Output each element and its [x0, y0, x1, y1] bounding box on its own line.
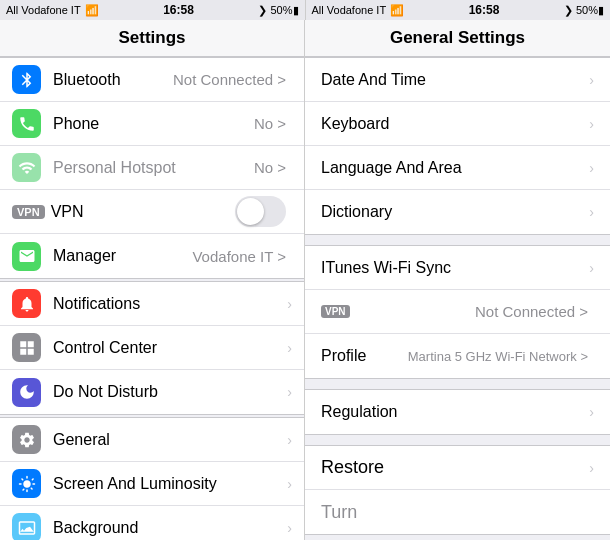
manager-item[interactable]: Manager Vodafone IT >	[0, 234, 304, 278]
language-area-chevron: ›	[589, 160, 594, 176]
vpn-right-badge: VPN	[321, 305, 350, 318]
bluetooth-label: Bluetooth	[53, 71, 173, 89]
date-time-label: Date And Time	[321, 71, 589, 89]
keyboard-chevron: ›	[589, 116, 594, 132]
hotspot-value: No >	[254, 159, 286, 176]
notifications-icon	[12, 289, 41, 318]
right-group-3: Regulation ›	[305, 389, 610, 435]
vpn-right-value: Not Connected >	[475, 303, 588, 320]
language-area-label: Language And Area	[321, 159, 589, 177]
restore-chevron: ›	[589, 460, 594, 476]
do-not-disturb-chevron: ›	[287, 384, 292, 400]
main-container: Settings Bluetooth Not Connected > Phone…	[0, 20, 610, 540]
notifications-chevron: ›	[287, 296, 292, 312]
left-battery: ❯ 50%▮	[258, 4, 298, 17]
background-item[interactable]: Background ›	[0, 506, 304, 540]
right-panel-header: General Settings	[305, 20, 610, 57]
itunes-sync-label: ITunes Wi-Fi Sync	[321, 259, 589, 277]
restore-item[interactable]: Restore ›	[305, 446, 610, 490]
status-bar-left: All Vodafone IT 📶 16:58 ❯ 50%▮	[0, 0, 305, 20]
vpn-right-item[interactable]: VPN Not Connected >	[305, 290, 610, 334]
general-icon	[12, 425, 41, 454]
right-gap-3	[305, 437, 610, 445]
right-group-4: Restore › Turn	[305, 445, 610, 535]
settings-group-3: General › Screen And Luminosity › Backgr…	[0, 417, 304, 540]
general-item[interactable]: General ›	[0, 418, 304, 462]
right-panel-title: General Settings	[390, 28, 525, 47]
turn-label: Turn	[321, 502, 594, 523]
dictionary-item[interactable]: Dictionary ›	[305, 190, 610, 234]
background-label: Background	[53, 519, 287, 537]
profile-item[interactable]: Profile Martina 5 GHz Wi-Fi Network >	[305, 334, 610, 378]
date-time-item[interactable]: Date And Time ›	[305, 58, 610, 102]
right-wifi-icon: 📶	[390, 4, 404, 17]
right-panel: General Settings Date And Time › Keyboar…	[305, 20, 610, 540]
left-panel: Settings Bluetooth Not Connected > Phone…	[0, 20, 305, 540]
vpn-item[interactable]: VPN VPN	[0, 190, 304, 234]
do-not-disturb-icon	[12, 378, 41, 407]
vpn-toggle-knob	[237, 198, 264, 225]
manager-icon	[12, 242, 41, 271]
control-center-icon	[12, 333, 41, 362]
date-time-chevron: ›	[589, 72, 594, 88]
bluetooth-value: Not Connected >	[173, 71, 286, 88]
right-group-2: ITunes Wi-Fi Sync › VPN Not Connected > …	[305, 245, 610, 379]
left-wifi-icon: 📶	[85, 4, 99, 17]
notifications-label: Notifications	[53, 295, 287, 313]
do-not-disturb-label: Do Not Disturb	[53, 383, 287, 401]
left-time: 16:58	[103, 3, 255, 17]
keyboard-item[interactable]: Keyboard ›	[305, 102, 610, 146]
right-carrier: All Vodafone IT	[312, 4, 387, 16]
background-icon	[12, 513, 41, 540]
screen-item[interactable]: Screen And Luminosity ›	[0, 462, 304, 506]
profile-label: Profile	[321, 347, 408, 365]
profile-value: Martina 5 GHz Wi-Fi Network >	[408, 349, 588, 364]
itunes-sync-item[interactable]: ITunes Wi-Fi Sync ›	[305, 246, 610, 290]
right-gap-2	[305, 381, 610, 389]
left-carrier: All Vodafone IT	[6, 4, 81, 16]
general-chevron: ›	[287, 432, 292, 448]
vpn-label: VPN	[51, 203, 235, 221]
notifications-item[interactable]: Notifications ›	[0, 282, 304, 326]
status-bar: All Vodafone IT 📶 16:58 ❯ 50%▮ All Vodaf…	[0, 0, 610, 20]
right-group-1: Date And Time › Keyboard › Language And …	[305, 57, 610, 235]
itunes-sync-chevron: ›	[589, 260, 594, 276]
bluetooth-icon	[12, 65, 41, 94]
hotspot-icon	[12, 153, 41, 182]
screen-icon	[12, 469, 41, 498]
control-center-item[interactable]: Control Center ›	[0, 326, 304, 370]
right-battery: ❯ 50%▮	[564, 4, 604, 17]
do-not-disturb-item[interactable]: Do Not Disturb ›	[0, 370, 304, 414]
settings-group-1: Bluetooth Not Connected > Phone No > Per…	[0, 57, 304, 279]
phone-icon	[12, 109, 41, 138]
background-chevron: ›	[287, 520, 292, 536]
dictionary-label: Dictionary	[321, 203, 589, 221]
regulation-chevron: ›	[589, 404, 594, 420]
manager-value: Vodafone IT >	[192, 248, 286, 265]
hotspot-label: Personal Hotspot	[53, 159, 254, 177]
general-label: General	[53, 431, 287, 449]
restore-label: Restore	[321, 457, 589, 478]
phone-item[interactable]: Phone No >	[0, 102, 304, 146]
regulation-item[interactable]: Regulation ›	[305, 390, 610, 434]
right-time: 16:58	[408, 3, 560, 17]
left-panel-header: Settings	[0, 20, 304, 57]
phone-value: No >	[254, 115, 286, 132]
screen-chevron: ›	[287, 476, 292, 492]
right-gap-1	[305, 237, 610, 245]
turn-item[interactable]: Turn	[305, 490, 610, 534]
manager-label: Manager	[53, 247, 192, 265]
bluetooth-item[interactable]: Bluetooth Not Connected >	[0, 58, 304, 102]
vpn-badge: VPN	[12, 205, 45, 219]
control-center-chevron: ›	[287, 340, 292, 356]
control-center-label: Control Center	[53, 339, 287, 357]
language-area-item[interactable]: Language And Area ›	[305, 146, 610, 190]
keyboard-label: Keyboard	[321, 115, 589, 133]
phone-label: Phone	[53, 115, 254, 133]
vpn-toggle[interactable]	[235, 196, 286, 227]
left-panel-title: Settings	[118, 28, 185, 47]
settings-group-2: Notifications › Control Center › Do Not …	[0, 281, 304, 415]
hotspot-item[interactable]: Personal Hotspot No >	[0, 146, 304, 190]
dictionary-chevron: ›	[589, 204, 594, 220]
screen-label: Screen And Luminosity	[53, 475, 287, 493]
